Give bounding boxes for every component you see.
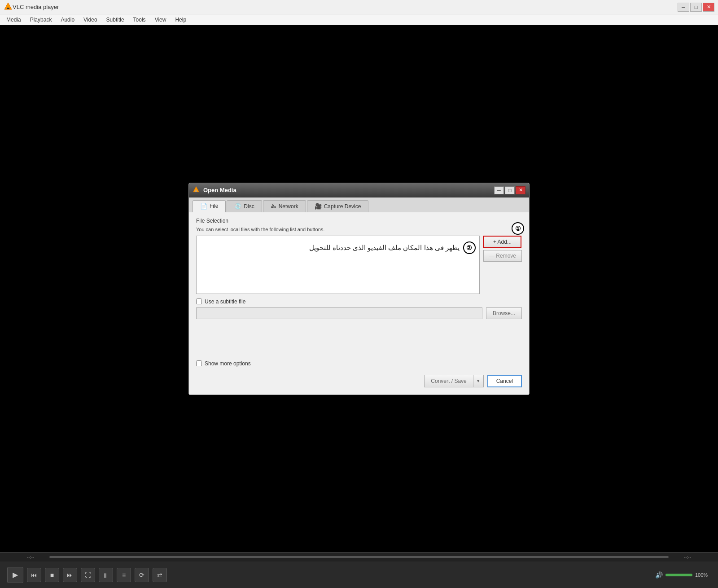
remove-button[interactable]: — Remove: [483, 250, 522, 262]
menu-subtitle[interactable]: Subtitle: [102, 16, 129, 24]
svg-rect-1: [7, 8, 9, 9]
tab-network[interactable]: 🖧 Network: [263, 200, 306, 212]
menu-view[interactable]: View: [150, 16, 171, 24]
dialog-maximize-button[interactable]: □: [505, 186, 515, 194]
file-list-text: يظهر فى هذا المكان ملف الفيديو الذى حددن…: [309, 244, 460, 252]
progress-bar-area: --:-- --:--: [0, 553, 718, 562]
tab-file-label: File: [210, 203, 218, 209]
menu-audio[interactable]: Audio: [56, 16, 79, 24]
add-button[interactable]: + Add...: [483, 236, 521, 248]
minimize-button[interactable]: ─: [678, 3, 689, 12]
volume-level: 100%: [695, 572, 711, 578]
add-btn-wrapper: ① + Add...: [483, 236, 522, 248]
app-icon: [4, 2, 13, 13]
prev-button[interactable]: ⏮: [27, 568, 41, 582]
title-bar-controls: ─ □ ✕: [678, 3, 714, 12]
subtitle-checkbox[interactable]: [196, 298, 202, 304]
playlist-button[interactable]: ≡: [117, 568, 131, 582]
cancel-button[interactable]: Cancel: [487, 375, 522, 387]
file-list-box[interactable]: ② يظهر فى هذا المكان ملف الفيديو الذى حد…: [196, 236, 480, 294]
tab-capture-label: Capture Device: [324, 203, 361, 210]
main-video-area: Open Media ─ □ ✕ 📄 File 💿 Disc 🖧 Network: [0, 25, 718, 552]
browse-button[interactable]: Browse...: [486, 307, 522, 319]
disc-tab-icon: 💿: [234, 203, 241, 210]
subtitle-checkbox-text: Use a subtitle file: [205, 298, 245, 305]
file-action-buttons: ① + Add... — Remove: [483, 236, 522, 294]
next-button[interactable]: ⏭: [63, 568, 77, 582]
time-remaining: --:--: [669, 555, 691, 560]
subtitle-input-row: Browse...: [196, 307, 522, 319]
maximize-button[interactable]: □: [690, 3, 702, 12]
dialog-close-button[interactable]: ✕: [516, 186, 525, 194]
convert-save-arrow-button[interactable]: ▼: [473, 375, 484, 387]
volume-area: 🔊 100%: [655, 571, 711, 579]
tab-capture[interactable]: 🎥 Capture Device: [307, 200, 369, 212]
close-button[interactable]: ✕: [703, 3, 714, 12]
section-label: File Selection: [196, 218, 522, 224]
fullscreen-button[interactable]: ⛶: [81, 568, 95, 582]
annotation-circle-2: ②: [463, 241, 476, 254]
app-title: VLC media player: [13, 4, 678, 10]
svg-rect-3: [195, 190, 197, 191]
dialog-content: File Selection You can select local file…: [189, 212, 529, 395]
dialog-minimize-button[interactable]: ─: [494, 186, 504, 194]
dialog-title-bar: Open Media ─ □ ✕: [189, 183, 529, 197]
stop-button[interactable]: ■: [45, 568, 59, 582]
convert-save-button[interactable]: Convert / Save: [424, 375, 473, 387]
volume-slider[interactable]: [665, 574, 692, 576]
subtitle-input[interactable]: [196, 307, 482, 319]
menu-media[interactable]: Media: [2, 16, 26, 24]
menu-help[interactable]: Help: [171, 16, 191, 24]
open-media-dialog: Open Media ─ □ ✕ 📄 File 💿 Disc 🖧 Network: [188, 183, 530, 395]
file-description: You can select local files with the foll…: [196, 227, 522, 232]
equalizer-button[interactable]: ⫼: [99, 568, 113, 582]
menu-bar: Media Playback Audio Video Subtitle Tool…: [0, 14, 718, 25]
file-selection-area: ② يظهر فى هذا المكان ملف الفيديو الذى حد…: [196, 236, 522, 294]
volume-icon: 🔊: [655, 571, 663, 579]
menu-tools[interactable]: Tools: [129, 16, 150, 24]
tab-disc[interactable]: 💿 Disc: [227, 200, 262, 212]
dialog-title: Open Media: [203, 187, 494, 193]
playback-controls: ▶ ⏮ ■ ⏭ ⛶ ⫼ ≡ ⟳ ⇄ 🔊 100%: [0, 562, 718, 588]
annotation-circle-1: ①: [512, 222, 524, 235]
tab-network-label: Network: [279, 203, 298, 210]
file-tab-icon: 📄: [200, 203, 207, 210]
spacer: [196, 325, 522, 360]
dialog-title-controls: ─ □ ✕: [494, 186, 525, 194]
random-button[interactable]: ⇄: [153, 568, 167, 582]
capture-tab-icon: 🎥: [315, 203, 322, 210]
dialog-vlc-icon: [193, 186, 200, 195]
loop-button[interactable]: ⟳: [135, 568, 149, 582]
network-tab-icon: 🖧: [271, 203, 276, 210]
menu-video[interactable]: Video: [79, 16, 101, 24]
play-button[interactable]: ▶: [7, 567, 23, 583]
tab-file[interactable]: 📄 File: [193, 200, 226, 212]
dialog-footer: Convert / Save ▼ Cancel: [196, 373, 522, 387]
show-options-row: Show more options: [196, 360, 522, 367]
tab-disc-label: Disc: [244, 203, 254, 210]
menu-playback[interactable]: Playback: [26, 16, 57, 24]
subtitle-checkbox-row: Use a subtitle file: [196, 298, 522, 305]
subtitle-checkbox-label[interactable]: Use a subtitle file: [196, 298, 245, 305]
show-options-label: Show more options: [205, 360, 251, 367]
title-bar: VLC media player ─ □ ✕: [0, 0, 718, 14]
bottom-controls-bar: --:-- --:-- ▶ ⏮ ■ ⏭ ⛶ ⫼ ≡ ⟳ ⇄ 🔊 100%: [0, 552, 718, 588]
convert-save-wrapper: Convert / Save ▼: [424, 375, 483, 387]
file-list-annotation: ② يظهر فى هذا المكان ملف الفيديو الذى حد…: [309, 241, 476, 254]
show-options-checkbox[interactable]: [196, 360, 202, 366]
progress-track[interactable]: [49, 556, 669, 558]
dialog-tabs: 📄 File 💿 Disc 🖧 Network 🎥 Capture Device: [189, 197, 529, 212]
time-elapsed: --:--: [27, 555, 49, 560]
